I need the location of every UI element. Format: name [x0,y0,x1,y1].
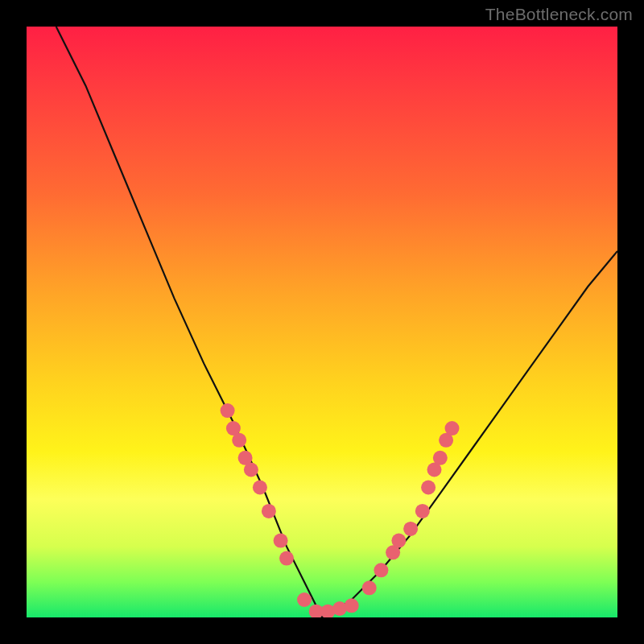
data-marker [345,598,359,613]
data-marker [244,463,258,477]
data-marker [297,592,312,607]
data-marker [391,534,406,548]
bottleneck-curve [27,27,617,617]
data-marker [445,421,460,436]
data-marker [415,504,430,518]
chart-frame: TheBottleneck.com [0,0,644,644]
watermark-text: TheBottleneck.com [485,5,633,24]
data-marker [362,580,377,595]
data-marker [253,481,267,495]
data-marker [433,451,448,465]
data-marker [279,551,294,566]
plot-area [27,27,617,617]
data-marker [262,504,276,518]
data-marker [403,522,418,536]
data-marker [374,563,388,577]
data-marker [274,534,288,548]
data-marker [421,481,436,495]
data-marker [232,433,246,448]
data-marker [221,403,235,418]
